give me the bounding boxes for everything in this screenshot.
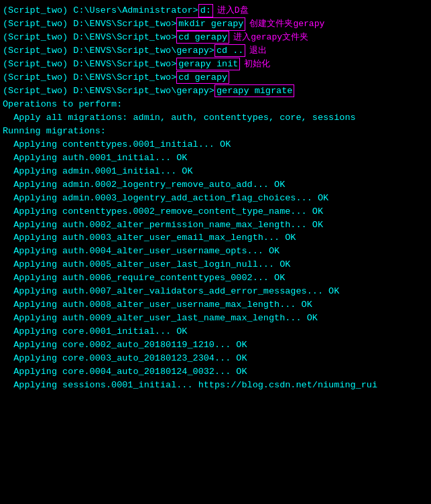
output-line-13: Applying auth.0006_require_contenttypes_…: [3, 271, 428, 285]
output-line-21: Applying sessions.0001_initial... https:…: [3, 379, 428, 392]
output-line-3: Applying contenttypes.0001_initial... OK: [3, 138, 428, 151]
output-line-11: Applying auth.0004_alter_user_username_o…: [3, 245, 428, 258]
command-box-5: gerapy init: [176, 58, 240, 71]
output-line-0: Operations to perform:: [3, 98, 428, 111]
annotation-1: 进入D盘: [217, 4, 249, 17]
output-line-19: Applying core.0003_auto_20180123_2304...…: [3, 352, 428, 365]
command-line-1: (Script_two) C:\Users\Administrator>d:进入…: [3, 4, 428, 17]
command-box-7: gerapy migrate: [214, 84, 294, 98]
output-section: Operations to perform: Apply all migrati…: [3, 98, 428, 392]
output-line-1: Apply all migrations: admin, auth, conte…: [3, 111, 428, 125]
output-line-16: Applying auth.0009_alter_user_last_name_…: [3, 312, 428, 325]
prompt-1: (Script_two) C:\Users\Administrator>: [3, 4, 198, 17]
output-line-20: Applying core.0004_auto_20180124_0032...…: [3, 365, 428, 379]
output-line-4: Applying auth.0001_initial... OK: [3, 151, 428, 165]
prompt-3: (Script_two) D:\ENVS\Script_two>: [3, 31, 176, 44]
annotation-4: 退出: [249, 44, 267, 57]
command-line-7: (Script_two) D:\ENVS\Script_two\gerapy>g…: [3, 84, 428, 98]
prompt-2: (Script_two) D:\ENVS\Script_two>: [3, 17, 176, 31]
command-line-5: (Script_two) D:\ENVS\Script_two>gerapy i…: [3, 58, 428, 71]
prompt-6: (Script_two) D:\ENVS\Script_two>: [3, 71, 176, 84]
output-line-7: Applying admin.0003_logentry_add_action_…: [3, 192, 428, 205]
output-line-14: Applying auth.0007_alter_validators_add_…: [3, 285, 428, 298]
annotation-2: 创建文件夹gerapy: [249, 17, 324, 30]
command-box-1: d:: [198, 4, 213, 17]
prompt-5: (Script_two) D:\ENVS\Script_two>: [3, 58, 176, 71]
annotation-5: 初始化: [244, 58, 270, 70]
annotation-3: 进入gerapy文件夹: [233, 31, 308, 44]
terminal: (Script_two) C:\Users\Administrator>d:进入…: [0, 0, 431, 504]
prompt-7: (Script_two) D:\ENVS\Script_two\gerapy>: [3, 84, 214, 98]
output-line-8: Applying contenttypes.0002_remove_conten…: [3, 205, 428, 218]
command-box-2: mkdir gerapy: [176, 17, 245, 31]
output-line-17: Applying core.0001_initial... OK: [3, 325, 428, 338]
prompt-4: (Script_two) D:\ENVS\Script_two\gerapy>: [3, 44, 214, 58]
command-line-3: (Script_two) D:\ENVS\Script_two>cd gerap…: [3, 31, 428, 44]
output-line-2: Running migrations:: [3, 125, 428, 138]
command-box-3: cd gerapy: [176, 31, 229, 44]
output-line-5: Applying admin.0001_initial... OK: [3, 165, 428, 178]
output-line-15: Applying auth.0008_alter_user_username_m…: [3, 298, 428, 312]
command-box-4: cd ..: [214, 44, 246, 58]
output-line-10: Applying auth.0003_alter_user_email_max_…: [3, 231, 428, 245]
output-line-18: Applying core.0002_auto_20180119_1210...…: [3, 338, 428, 352]
command-line-2: (Script_two) D:\ENVS\Script_two>mkdir ge…: [3, 17, 428, 31]
command-line-4: (Script_two) D:\ENVS\Script_two\gerapy>c…: [3, 44, 428, 58]
output-line-12: Applying auth.0005_alter_user_last_login…: [3, 258, 428, 271]
command-line-6: (Script_two) D:\ENVS\Script_two>cd gerap…: [3, 71, 428, 84]
output-line-6: Applying admin.0002_logentry_remove_auto…: [3, 178, 428, 192]
command-box-6: cd gerapy: [176, 71, 229, 84]
output-line-9: Applying auth.0002_alter_permission_name…: [3, 218, 428, 232]
